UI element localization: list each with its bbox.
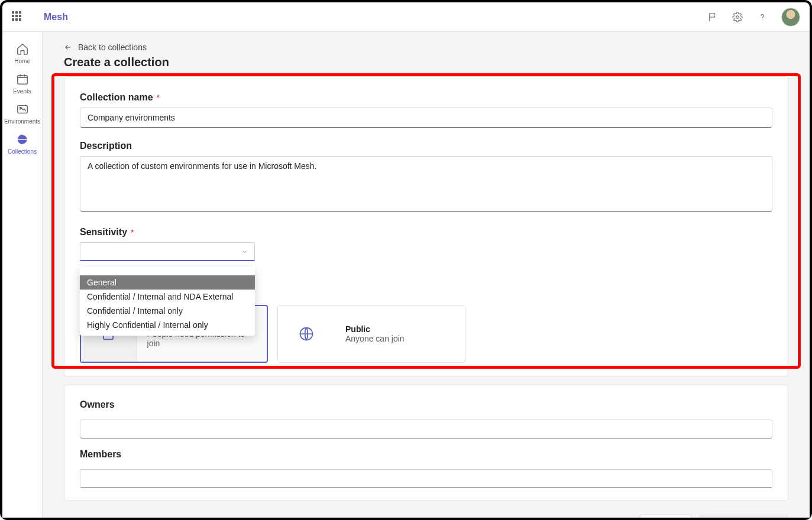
left-nav: Home Events Environments Collections [2,32,43,518]
required-asterisk: * [154,93,160,102]
sensitivity-dropdown: General Confidential / Internal and NDA … [80,267,255,336]
privacy-option-public[interactable]: Public Anyone can join [277,305,465,363]
owners-label: Owners [80,399,772,410]
user-avatar[interactable] [781,8,800,27]
people-card: Owners Members [64,385,788,500]
collection-name-label: Collection name * [80,92,772,103]
discard-button[interactable]: Discard [639,515,692,518]
page-title: Create a collection [64,56,788,69]
sensitivity-option-highly-confidential[interactable]: Highly Confidential / Internal only [80,318,255,332]
collection-name-input[interactable] [80,108,772,128]
footer-buttons: Discard Create collection [64,509,788,518]
privacy-public-title: Public [345,324,405,334]
arrow-left-icon [64,43,72,51]
svg-point-1 [762,19,762,20]
nav-collections-label: Collections [8,148,37,155]
app-frame: Mesh Home Events [0,0,812,520]
nav-collections[interactable]: Collections [6,131,39,157]
svg-rect-2 [17,76,27,84]
nav-events-label: Events [13,88,31,95]
main-content: Back to collections Create a collection … [43,32,810,518]
create-collection-button[interactable]: Create collection [699,515,788,518]
waffle-icon[interactable] [12,11,24,23]
sensitivity-option-confidential-nda[interactable]: Confidential / Internal and NDA External [80,290,255,304]
back-link-label: Back to collections [78,43,147,52]
help-icon[interactable] [756,11,768,23]
owners-input[interactable] [80,420,772,438]
required-asterisk: * [128,228,134,237]
chevron-down-icon [241,248,248,255]
sensitivity-label: Sensitivity * [80,227,772,238]
collection-details-card: Collection name * Description Sensitivit… [64,76,788,376]
members-input[interactable] [80,469,772,488]
description-label: Description [80,141,772,151]
back-to-collections-link[interactable]: Back to collections [64,43,788,52]
flag-icon[interactable] [707,11,719,23]
nav-events[interactable]: Events [6,70,39,97]
nav-environments-label: Environments [4,118,40,125]
nav-home-label: Home [14,58,30,64]
members-label: Members [80,449,772,460]
nav-environments[interactable]: Environments [6,100,39,127]
globe-icon [278,306,335,362]
privacy-public-subtitle: Anyone can join [345,334,405,343]
sensitivity-option-general[interactable]: General [80,275,255,290]
gear-icon[interactable] [732,11,743,23]
svg-point-4 [20,107,21,108]
sensitivity-select[interactable] [80,242,255,261]
nav-home[interactable]: Home [6,40,39,67]
top-bar: Mesh [2,2,810,32]
sensitivity-option-confidential-internal[interactable]: Confidential / Internal only [80,304,255,318]
svg-point-0 [736,15,739,18]
description-input[interactable] [80,156,772,212]
app-title: Mesh [44,12,68,22]
